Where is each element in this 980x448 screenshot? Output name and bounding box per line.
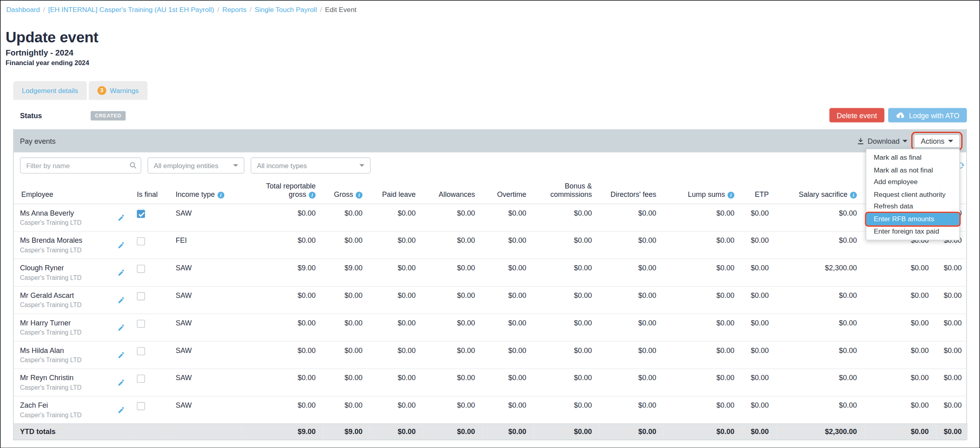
cell-lump_sums: $0.00: [664, 314, 742, 341]
actions-button[interactable]: Actions: [914, 134, 960, 148]
is-final-checkbox[interactable]: [137, 320, 145, 328]
totals-empty-cell: [129, 424, 168, 440]
lodge-with-ato-label: Lodge with ATO: [909, 111, 959, 119]
employee-name: Mr Harry Turner: [20, 319, 113, 327]
pencil-icon[interactable]: [118, 241, 125, 249]
menu-item-mark-all-as-final[interactable]: Mark all as final: [866, 152, 959, 164]
breadcrumb-item-single-touch-payroll[interactable]: Single Touch Payroll: [255, 6, 317, 13]
cell-allowances: $0.00: [423, 369, 483, 396]
is-final-checkbox[interactable]: [137, 265, 145, 273]
tab-lodgement-details[interactable]: Lodgement details: [13, 81, 87, 100]
employee-company: Casper's Training LTD: [20, 301, 113, 308]
cell-allowances: $0.00: [423, 314, 483, 341]
income-types-value: All income types: [257, 162, 307, 169]
is-final-cell: [129, 314, 168, 341]
cell-covered_column: $0.00: [864, 259, 936, 286]
status-label: Status: [20, 112, 91, 119]
totals-empty-cell: [168, 424, 242, 440]
is-final-checkbox[interactable]: [137, 402, 145, 410]
actions-menu: Mark all as finalMark all as not finalAd…: [866, 149, 960, 240]
info-icon[interactable]: i: [850, 192, 857, 198]
is-final-cell: [129, 231, 168, 259]
menu-item-mark-all-as-not-final[interactable]: Mark all as not final: [866, 164, 959, 176]
cell-bonus_commissions: $0.00: [534, 286, 599, 314]
is-final-checkbox[interactable]: [137, 375, 145, 383]
pencil-icon[interactable]: [118, 379, 125, 386]
is-final-checkbox[interactable]: [137, 237, 145, 245]
employee-row-mr-gerald-ascart: Mr Gerald AscartCasper's Training LTDSAW…: [14, 286, 967, 314]
menu-item-request-client-authority[interactable]: Request client authority: [866, 188, 959, 201]
filter-row: All employing entities All income types: [14, 153, 966, 179]
income-types-select[interactable]: All income types: [251, 157, 370, 174]
cell-overtime: $0.00: [482, 396, 534, 424]
info-icon[interactable]: i: [356, 192, 363, 198]
financial-year-label: Financial year ending 2024: [6, 59, 979, 66]
lodge-with-ato-button[interactable]: Lodge with ATO: [888, 108, 967, 123]
cell-directors_fees: $0.00: [600, 396, 664, 424]
cell-paid_leave: $0.00: [370, 341, 423, 369]
column-header-bonus_commissions: Bonus &commissions: [534, 178, 599, 204]
breadcrumb-item-dashboard[interactable]: Dashboard: [6, 6, 40, 13]
download-button[interactable]: Download: [856, 135, 909, 147]
tab-warnings[interactable]: 3Warnings: [89, 81, 147, 100]
info-icon[interactable]: i: [309, 192, 316, 198]
cell-sg: $0.00: [936, 341, 968, 369]
is-final-checkbox[interactable]: [137, 210, 145, 218]
employee-cell: Ms Anna BeverlyCasper's Training LTD: [14, 204, 129, 232]
pencil-icon[interactable]: [118, 406, 125, 414]
total-overtime: $0.00: [482, 424, 534, 440]
cell-overtime: $0.00: [482, 286, 534, 314]
page-subtitle: Fortnightly - 2024: [6, 48, 979, 57]
cell-etp: $0.00: [742, 396, 776, 424]
is-final-checkbox[interactable]: [137, 292, 145, 300]
delete-event-button[interactable]: Delete event: [829, 108, 885, 123]
cell-gross: $0.00: [323, 396, 370, 424]
cell-sg: $0.00: [936, 286, 968, 314]
cell-bonus_commissions: $0.00: [534, 341, 599, 369]
info-icon[interactable]: i: [727, 192, 734, 198]
pencil-icon[interactable]: [118, 324, 125, 331]
cell-covered_column: $0.00: [864, 314, 936, 341]
breadcrumb-separator: /: [248, 6, 253, 13]
cell-total_reportable_gross: $0.00: [242, 231, 323, 259]
panel-title: Pay events: [20, 137, 56, 145]
cell-paid_leave: $0.00: [370, 286, 423, 314]
column-header-gross: Grossi: [323, 178, 370, 204]
employee-name: Clough Ryner: [20, 264, 113, 272]
employing-entities-select[interactable]: All employing entities: [147, 157, 244, 174]
breadcrumb-item-eh-internal-casper-s-training-[interactable]: [EH INTERNAL] Casper's Training (AU 1st …: [48, 6, 214, 13]
menu-item-add-employee[interactable]: Add employee: [866, 176, 959, 188]
event-action-buttons: Delete event Lodge with ATO: [829, 108, 967, 123]
cell-directors_fees: $0.00: [600, 204, 664, 232]
cell-allowances: $0.00: [423, 396, 483, 424]
cell-allowances: $0.00: [423, 259, 483, 286]
employee-cell: Ms Hilda AlanCasper's Training LTD: [14, 341, 129, 369]
menu-item-enter-rfb-amounts[interactable]: Enter RFB amounts: [866, 213, 959, 225]
chevron-down-icon: [233, 164, 238, 167]
menu-item-enter-foreign-tax-paid[interactable]: Enter foreign tax paid: [866, 225, 959, 238]
is-final-checkbox[interactable]: [137, 347, 145, 355]
chevron-down-icon: [903, 140, 908, 142]
column-header-salary_sacrifice: Salary sacrificei: [776, 178, 864, 204]
pencil-icon[interactable]: [118, 269, 125, 276]
cell-etp: $0.00: [742, 259, 776, 286]
pencil-icon[interactable]: [118, 214, 125, 222]
column-header-directors_fees: Directors' fees: [600, 178, 664, 204]
income-type-cell: SAW: [168, 259, 242, 286]
employee-company: Casper's Training LTD: [20, 247, 113, 254]
cell-etp: $0.00: [742, 341, 776, 369]
column-header-etp: ETP: [742, 178, 776, 204]
menu-item-refresh-data[interactable]: Refresh data: [866, 201, 959, 213]
employee-row-ms-brenda-morales: Ms Brenda MoralesCasper's Training LTDFE…: [14, 231, 967, 259]
filter-by-name-input[interactable]: [20, 157, 141, 174]
cell-covered_column: $0.00: [864, 341, 936, 369]
pay-events-header-bar: Pay events Download Actions: [14, 130, 966, 152]
info-icon[interactable]: i: [217, 192, 224, 198]
breadcrumb-item-reports[interactable]: Reports: [222, 6, 246, 13]
cell-salary_sacrifice: $0.00: [776, 396, 864, 424]
pencil-icon[interactable]: [118, 351, 125, 359]
page-header: Update event Fortnightly - 2024 Financia…: [1, 29, 980, 66]
pencil-icon[interactable]: [118, 296, 125, 304]
employee-name: Mr Gerald Ascart: [20, 291, 113, 299]
cell-sg: $0.00: [936, 259, 968, 286]
